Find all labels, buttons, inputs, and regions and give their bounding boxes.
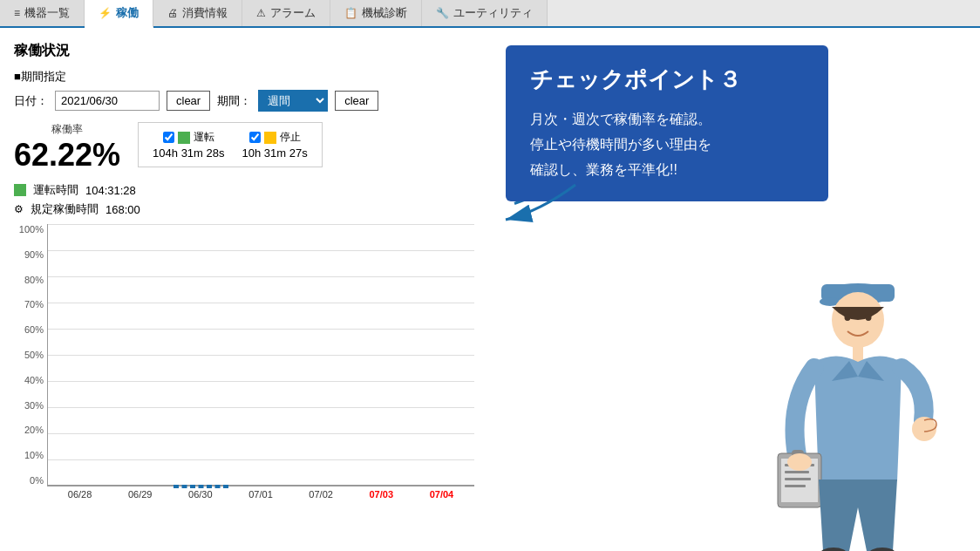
main-content: 稼働状況 ■期間指定 日付： clear 期間： 週間 月間 年間 clear … <box>0 28 980 551</box>
tab-utility[interactable]: 🔧 ユーティリティ <box>422 0 548 26</box>
svg-point-15 <box>787 453 812 471</box>
chart-wrapper: 100% 90% 80% 70% 60% 50% 40% 30% 20% 10%… <box>14 224 474 500</box>
summary-operation-color <box>14 184 26 196</box>
summary-operation-value: 104:31:28 <box>85 184 136 197</box>
legend-operation: 運転 104h 31m 28s <box>153 130 224 160</box>
clipboard-icon: 📋 <box>344 7 357 19</box>
operation-checkbox[interactable] <box>163 132 174 143</box>
printer-icon: 🖨 <box>167 7 178 19</box>
date-label: 日付： <box>14 93 48 109</box>
worker-svg <box>753 246 963 551</box>
right-panel: チェックポイント３ 月次・週次で稼働率を確認。 停止や待機時間が多い理由を 確認… <box>488 28 980 551</box>
tab-consumption[interactable]: 🖨 消費情報 <box>153 0 242 26</box>
gear-icon: ⚙ <box>14 203 24 215</box>
left-panel: 稼働状況 ■期間指定 日付： clear 期間： 週間 月間 年間 clear … <box>0 28 488 551</box>
rate-value: 62.22% <box>14 137 120 173</box>
list-icon: ≡ <box>14 7 20 19</box>
x-label-0703: 07/03 <box>356 489 407 500</box>
wrench-icon: 🔧 <box>436 7 449 19</box>
tab-equipment-list[interactable]: ≡ 機器一覧 <box>0 0 85 26</box>
svg-rect-6 <box>853 346 863 362</box>
operation-rate-box: 稼働率 62.22% <box>14 122 120 173</box>
tab-operation[interactable]: ⚡ 稼働 <box>85 0 153 28</box>
svg-rect-11 <box>785 471 809 473</box>
date-row: 日付： clear 期間： 週間 月間 年間 clear <box>14 90 474 112</box>
x-label-0704: 07/04 <box>416 489 467 500</box>
svg-point-5 <box>866 314 872 321</box>
x-label-0702: 07/02 <box>296 489 347 500</box>
date-input[interactable] <box>55 91 160 111</box>
x-label-0630: 06/30 <box>174 489 226 500</box>
x-axis: 06/28 06/29 06/30 07/01 07/02 07/03 07/0… <box>47 486 474 500</box>
callout-arrow-svg <box>488 167 663 237</box>
summary-scheduled-row: ⚙ 規定稼働時間 168:00 <box>14 201 474 217</box>
svg-point-7 <box>912 417 936 441</box>
stop-label: 停止 <box>280 130 301 145</box>
svg-point-4 <box>845 314 851 321</box>
summary-operation-row: 運転時間 104:31:28 <box>14 182 474 198</box>
summary-operation-label: 運転時間 <box>33 182 78 198</box>
worker-figure <box>753 246 963 542</box>
stop-color <box>264 132 276 144</box>
summary-box: 運転時間 104:31:28 ⚙ 規定稼働時間 168:00 <box>14 182 474 217</box>
legend-box: 運転 104h 31m 28s 停止 10h 31m 27s <box>138 122 323 167</box>
rate-label: 稼働率 <box>14 122 120 137</box>
callout-title: チェックポイント３ <box>530 65 804 95</box>
summary-scheduled-label: 規定稼働時間 <box>31 201 99 217</box>
period-label: ■期間指定 <box>14 69 474 85</box>
summary-scheduled-value: 168:00 <box>105 203 140 216</box>
x-label-0628: 06/28 <box>54 489 105 500</box>
tab-diagnostics[interactable]: 📋 機械診断 <box>330 0 422 26</box>
clear-date-button[interactable]: clear <box>167 91 210 111</box>
stats-row: 稼働率 62.22% 運転 104h 31m 28s 停止 <box>14 122 474 173</box>
operation-time: 104h 31m 28s <box>153 146 224 160</box>
tab-bar: ≡ 機器一覧 ⚡ 稼働 🖨 消費情報 ⚠ アラーム 📋 機械診断 🔧 ユーティリ… <box>0 0 980 28</box>
x-label-0701: 07/01 <box>235 489 286 500</box>
x-label-0629: 06/29 <box>114 489 166 500</box>
tab-alarm[interactable]: ⚠ アラーム <box>242 0 330 26</box>
warning-icon: ⚠ <box>256 7 266 19</box>
svg-rect-12 <box>785 478 811 480</box>
bars-container: 06/28 06/29 06/30 07/01 07/02 07/03 07/0… <box>47 224 474 500</box>
period-label2: 期間： <box>217 93 251 109</box>
svg-rect-13 <box>785 485 806 487</box>
operation-color <box>178 132 190 144</box>
bars-row <box>47 224 474 486</box>
stop-checkbox[interactable] <box>249 132 261 143</box>
clear-period-button[interactable]: clear <box>335 91 378 111</box>
lightning-icon: ⚡ <box>99 7 112 19</box>
legend-stop: 停止 10h 31m 27s <box>242 130 308 160</box>
y-axis: 100% 90% 80% 70% 60% 50% 40% 30% 20% 10%… <box>14 224 47 486</box>
stop-time: 10h 31m 27s <box>242 146 308 160</box>
operation-label: 運転 <box>194 130 214 145</box>
section-title: 稼働状況 <box>14 42 474 60</box>
period-select[interactable]: 週間 月間 年間 <box>258 90 328 112</box>
